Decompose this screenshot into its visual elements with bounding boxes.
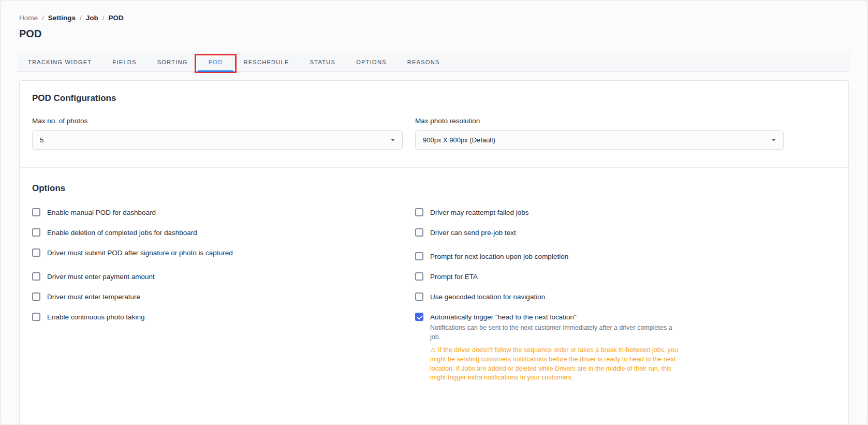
tab-options[interactable]: OPTIONS <box>346 52 397 71</box>
checkbox-label[interactable]: Driver can send pre-job text <box>430 229 516 237</box>
page-title: POD <box>19 28 849 40</box>
tab-reasons[interactable]: REASONS <box>397 52 450 71</box>
tab-label: SORTING <box>157 59 188 65</box>
breadcrumb-separator: / <box>102 14 105 22</box>
select-value: 900px X 900px (Default) <box>423 136 495 144</box>
checkbox-label[interactable]: Automatically trigger "head to the next … <box>430 313 577 321</box>
options-left-column: Enable manual POD for dashboard Enable d… <box>32 208 403 333</box>
checkbox[interactable] <box>32 248 40 257</box>
checkbox[interactable] <box>32 272 40 281</box>
checkbox-row-prompt-eta[interactable]: Prompt for ETA <box>415 272 836 281</box>
checkbox-row-temperature[interactable]: Driver must enter temperature <box>32 292 403 301</box>
checkbox-label[interactable]: Enable continuous photo taking <box>47 313 144 321</box>
tab-label: STATUS <box>310 59 336 65</box>
checkbox-label[interactable]: Prompt for next location upon job comple… <box>430 253 568 260</box>
checkbox[interactable] <box>415 252 423 260</box>
options-right-column: Driver may reattempt failed jobs Driver … <box>415 208 836 383</box>
warning-text: If the driver doesn't follow the sequenc… <box>430 346 678 381</box>
checkbox-label[interactable]: Driver may reattempt failed jobs <box>430 209 529 216</box>
checkbox-row-pre-job-text[interactable]: Driver can send pre-job text <box>415 228 836 237</box>
tab-label: FIELDS <box>112 59 136 65</box>
tab-pod[interactable]: POD <box>198 52 233 71</box>
tab-label: OPTIONS <box>356 59 387 65</box>
config-field-max-resolution: Max photo resolution 900px X 900px (Defa… <box>415 117 836 150</box>
tab-status[interactable]: STATUS <box>300 52 346 71</box>
select-value: 5 <box>40 136 43 144</box>
checkbox-label[interactable]: Use geocoded location for navigation <box>430 293 545 301</box>
checkbox-row-auto-trigger-next-location[interactable]: Automatically trigger "head to the next … <box>415 313 836 321</box>
checkbox-row-enable-manual-pod[interactable]: Enable manual POD for dashboard <box>32 208 403 216</box>
checkbox[interactable] <box>415 292 423 301</box>
checkbox-label[interactable]: Enable deletion of completed jobs for da… <box>47 229 197 237</box>
breadcrumb-separator: / <box>42 14 44 22</box>
tab-label: RESCHEDULE <box>243 59 289 65</box>
checkbox-row-driver-submit-pod[interactable]: Driver must submit POD after signature o… <box>32 248 403 257</box>
checkbox[interactable] <box>415 313 423 321</box>
pod-settings-card: POD Configurations Max no. of photos 5 M… <box>19 80 849 425</box>
tab-label: POD <box>209 59 223 65</box>
tab-sorting[interactable]: SORTING <box>147 52 198 71</box>
auto-trigger-description: Notifications can be sent to the next cu… <box>430 324 675 342</box>
checkbox-row-reattempt-failed[interactable]: Driver may reattempt failed jobs <box>415 208 836 216</box>
chevron-down-icon <box>391 139 395 141</box>
tab-fields[interactable]: FIELDS <box>102 52 146 71</box>
auto-trigger-warning: ⚠If the driver doesn't follow the sequen… <box>430 346 686 383</box>
tab-reschedule[interactable]: RESCHEDULE <box>233 52 299 71</box>
checkbox-label[interactable]: Enable manual POD for dashboard <box>47 209 156 216</box>
tab-label: TRACKING WIDGET <box>28 59 92 65</box>
breadcrumb: Home / Settings / Job / POD <box>19 1 849 22</box>
checkbox[interactable] <box>32 292 40 301</box>
breadcrumb-home[interactable]: Home <box>19 14 38 22</box>
tab-tracking-widget[interactable]: TRACKING WIDGET <box>18 52 102 71</box>
checkbox-label[interactable]: Driver must enter payment amount <box>47 273 155 281</box>
options-checkbox-grid: Enable manual POD for dashboard Enable d… <box>32 208 836 383</box>
max-photos-select[interactable]: 5 <box>32 130 403 150</box>
checkbox[interactable] <box>415 272 423 281</box>
breadcrumb-settings[interactable]: Settings <box>48 14 76 22</box>
settings-tab-bar: TRACKING WIDGET FIELDS SORTING POD RESCH… <box>18 52 850 72</box>
max-resolution-select[interactable]: 900px X 900px (Default) <box>415 130 784 150</box>
checkbox-label[interactable]: Driver must submit POD after signature o… <box>47 249 233 257</box>
section-divider <box>20 167 848 168</box>
config-field-max-photos: Max no. of photos 5 <box>32 117 403 150</box>
checkbox[interactable] <box>415 228 423 237</box>
checkbox[interactable] <box>32 208 40 216</box>
checkbox-row-continuous-photo[interactable]: Enable continuous photo taking <box>32 313 403 321</box>
warning-icon: ⚠ <box>430 346 436 354</box>
section-title-options: Options <box>32 183 836 194</box>
breadcrumb-job[interactable]: Job <box>86 14 98 22</box>
checkbox[interactable] <box>32 228 40 237</box>
checkbox[interactable] <box>32 313 40 321</box>
chevron-down-icon <box>772 139 776 141</box>
checkbox-row-payment-amount[interactable]: Driver must enter payment amount <box>32 272 403 281</box>
checkbox-row-prompt-next-location[interactable]: Prompt for next location upon job comple… <box>415 252 836 260</box>
checkbox-row-enable-deletion[interactable]: Enable deletion of completed jobs for da… <box>32 228 403 237</box>
section-title-pod-configurations: POD Configurations <box>32 93 836 104</box>
tab-label: REASONS <box>407 59 440 65</box>
field-label: Max photo resolution <box>415 117 836 125</box>
checkbox-label[interactable]: Driver must enter temperature <box>47 293 140 301</box>
breadcrumb-separator: / <box>80 14 82 22</box>
checkbox-label[interactable]: Prompt for ETA <box>430 273 478 281</box>
checkbox-block-auto-trigger: Automatically trigger "head to the next … <box>415 313 836 383</box>
pod-config-fields: Max no. of photos 5 Max photo resolution… <box>32 117 836 150</box>
settings-pod-page: Home / Settings / Job / POD POD TRACKING… <box>0 0 868 425</box>
checkbox-row-geocoded-location[interactable]: Use geocoded location for navigation <box>415 292 836 301</box>
checkbox[interactable] <box>415 208 423 216</box>
breadcrumb-pod: POD <box>109 14 124 22</box>
field-label: Max no. of photos <box>32 117 403 125</box>
